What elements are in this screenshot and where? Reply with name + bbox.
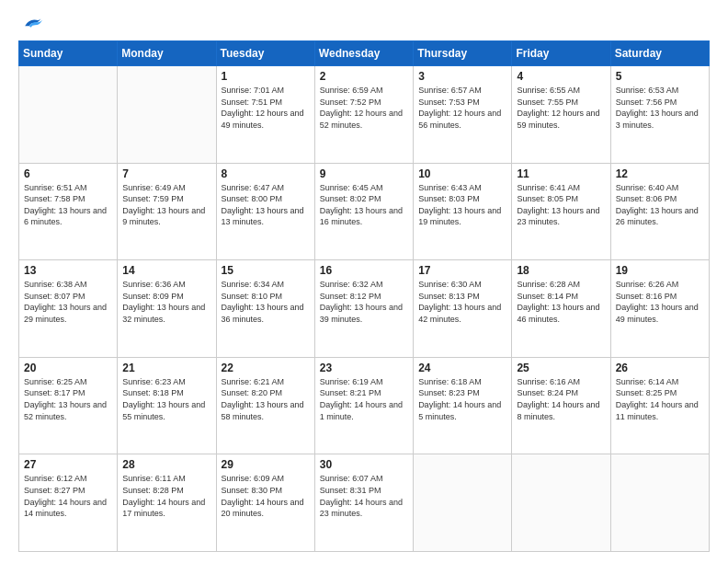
calendar-cell: 26Sunrise: 6:14 AM Sunset: 8:25 PM Dayli… [610, 357, 709, 454]
day-number: 27 [24, 458, 112, 471]
calendar-table: SundayMondayTuesdayWednesdayThursdayFrid… [18, 40, 710, 552]
day-number: 17 [418, 264, 506, 277]
calendar-cell: 1Sunrise: 7:01 AM Sunset: 7:51 PM Daylig… [216, 66, 314, 164]
calendar-week-row: 20Sunrise: 6:25 AM Sunset: 8:17 PM Dayli… [19, 357, 710, 454]
calendar-cell [118, 66, 216, 164]
day-info: Sunrise: 6:51 AM Sunset: 7:58 PM Dayligh… [24, 182, 112, 228]
day-info: Sunrise: 6:49 AM Sunset: 7:59 PM Dayligh… [122, 182, 210, 228]
calendar-cell: 21Sunrise: 6:23 AM Sunset: 8:18 PM Dayli… [118, 357, 216, 454]
calendar-week-row: 27Sunrise: 6:12 AM Sunset: 8:27 PM Dayli… [19, 454, 710, 552]
day-info: Sunrise: 6:55 AM Sunset: 7:55 PM Dayligh… [517, 85, 605, 131]
header [18, 15, 710, 31]
day-number: 21 [122, 362, 210, 374]
day-info: Sunrise: 6:07 AM Sunset: 8:31 PM Dayligh… [320, 473, 408, 519]
calendar-cell: 15Sunrise: 6:34 AM Sunset: 8:10 PM Dayli… [216, 260, 314, 358]
col-header-wednesday: Wednesday [314, 41, 413, 66]
day-number: 22 [222, 362, 310, 374]
day-info: Sunrise: 6:45 AM Sunset: 8:02 PM Dayligh… [320, 182, 408, 228]
day-number: 2 [320, 70, 408, 83]
calendar-cell: 23Sunrise: 6:19 AM Sunset: 8:21 PM Dayli… [314, 357, 413, 454]
day-info: Sunrise: 6:09 AM Sunset: 8:30 PM Dayligh… [222, 473, 310, 519]
day-info: Sunrise: 6:41 AM Sunset: 8:05 PM Dayligh… [517, 182, 605, 228]
day-number: 25 [517, 362, 605, 374]
day-number: 19 [616, 264, 704, 277]
day-info: Sunrise: 6:36 AM Sunset: 8:09 PM Dayligh… [122, 279, 210, 325]
calendar-week-row: 1Sunrise: 7:01 AM Sunset: 7:51 PM Daylig… [19, 66, 710, 164]
calendar-week-row: 6Sunrise: 6:51 AM Sunset: 7:58 PM Daylig… [19, 163, 710, 260]
day-info: Sunrise: 6:16 AM Sunset: 8:24 PM Dayligh… [517, 376, 605, 422]
day-number: 12 [616, 167, 704, 180]
day-info: Sunrise: 6:12 AM Sunset: 8:27 PM Dayligh… [24, 473, 112, 519]
day-number: 8 [222, 167, 310, 180]
calendar-header-row: SundayMondayTuesdayWednesdayThursdayFrid… [19, 41, 710, 66]
logo [18, 15, 42, 31]
calendar-cell: 5Sunrise: 6:53 AM Sunset: 7:56 PM Daylig… [610, 66, 709, 164]
col-header-saturday: Saturday [610, 41, 709, 66]
day-number: 29 [222, 458, 310, 471]
day-number: 13 [24, 264, 112, 277]
calendar-week-row: 13Sunrise: 6:38 AM Sunset: 8:07 PM Dayli… [19, 260, 710, 358]
calendar-cell: 20Sunrise: 6:25 AM Sunset: 8:17 PM Dayli… [19, 357, 118, 454]
calendar-cell: 29Sunrise: 6:09 AM Sunset: 8:30 PM Dayli… [216, 454, 314, 552]
calendar-cell: 6Sunrise: 6:51 AM Sunset: 7:58 PM Daylig… [19, 163, 118, 260]
day-info: Sunrise: 6:30 AM Sunset: 8:13 PM Dayligh… [418, 279, 506, 325]
day-info: Sunrise: 6:11 AM Sunset: 8:28 PM Dayligh… [122, 473, 210, 519]
day-info: Sunrise: 6:59 AM Sunset: 7:52 PM Dayligh… [320, 85, 408, 131]
day-number: 20 [24, 362, 112, 374]
day-info: Sunrise: 6:32 AM Sunset: 8:12 PM Dayligh… [320, 279, 408, 325]
calendar-cell: 3Sunrise: 6:57 AM Sunset: 7:53 PM Daylig… [414, 66, 512, 164]
day-number: 10 [418, 167, 506, 180]
calendar-cell: 14Sunrise: 6:36 AM Sunset: 8:09 PM Dayli… [118, 260, 216, 358]
day-number: 3 [418, 70, 506, 83]
col-header-tuesday: Tuesday [216, 41, 314, 66]
day-number: 18 [517, 264, 605, 277]
day-number: 5 [616, 70, 704, 83]
day-number: 28 [122, 458, 210, 471]
day-info: Sunrise: 6:14 AM Sunset: 8:25 PM Dayligh… [616, 376, 704, 422]
calendar-cell: 28Sunrise: 6:11 AM Sunset: 8:28 PM Dayli… [118, 454, 216, 552]
calendar-cell: 9Sunrise: 6:45 AM Sunset: 8:02 PM Daylig… [314, 163, 413, 260]
col-header-sunday: Sunday [19, 41, 118, 66]
calendar-cell: 27Sunrise: 6:12 AM Sunset: 8:27 PM Dayli… [19, 454, 118, 552]
day-info: Sunrise: 7:01 AM Sunset: 7:51 PM Dayligh… [222, 85, 310, 131]
day-number: 6 [24, 167, 112, 180]
day-info: Sunrise: 6:34 AM Sunset: 8:10 PM Dayligh… [222, 279, 310, 325]
day-info: Sunrise: 6:18 AM Sunset: 8:23 PM Dayligh… [418, 376, 506, 422]
day-number: 11 [517, 167, 605, 180]
calendar-cell: 22Sunrise: 6:21 AM Sunset: 8:20 PM Dayli… [216, 357, 314, 454]
calendar-cell: 24Sunrise: 6:18 AM Sunset: 8:23 PM Dayli… [414, 357, 512, 454]
day-info: Sunrise: 6:28 AM Sunset: 8:14 PM Dayligh… [517, 279, 605, 325]
day-info: Sunrise: 6:25 AM Sunset: 8:17 PM Dayligh… [24, 376, 112, 422]
calendar-cell: 18Sunrise: 6:28 AM Sunset: 8:14 PM Dayli… [512, 260, 610, 358]
calendar-cell: 13Sunrise: 6:38 AM Sunset: 8:07 PM Dayli… [19, 260, 118, 358]
day-info: Sunrise: 6:57 AM Sunset: 7:53 PM Dayligh… [418, 85, 506, 131]
calendar-cell: 12Sunrise: 6:40 AM Sunset: 8:06 PM Dayli… [610, 163, 709, 260]
calendar-cell: 11Sunrise: 6:41 AM Sunset: 8:05 PM Dayli… [512, 163, 610, 260]
day-number: 9 [320, 167, 408, 180]
calendar-cell: 2Sunrise: 6:59 AM Sunset: 7:52 PM Daylig… [314, 66, 413, 164]
col-header-friday: Friday [512, 41, 610, 66]
day-info: Sunrise: 6:53 AM Sunset: 7:56 PM Dayligh… [616, 85, 704, 131]
day-info: Sunrise: 6:40 AM Sunset: 8:06 PM Dayligh… [616, 182, 704, 228]
day-number: 26 [616, 362, 704, 374]
calendar-cell: 10Sunrise: 6:43 AM Sunset: 8:03 PM Dayli… [414, 163, 512, 260]
day-number: 24 [418, 362, 506, 374]
calendar-cell: 8Sunrise: 6:47 AM Sunset: 8:00 PM Daylig… [216, 163, 314, 260]
day-info: Sunrise: 6:19 AM Sunset: 8:21 PM Dayligh… [320, 376, 408, 422]
day-info: Sunrise: 6:38 AM Sunset: 8:07 PM Dayligh… [24, 279, 112, 325]
calendar-cell [512, 454, 610, 552]
day-number: 14 [122, 264, 210, 277]
calendar-cell [414, 454, 512, 552]
day-number: 30 [320, 458, 408, 471]
calendar-cell [610, 454, 709, 552]
day-number: 23 [320, 362, 408, 374]
col-header-thursday: Thursday [414, 41, 512, 66]
day-number: 16 [320, 264, 408, 277]
calendar-cell [19, 66, 118, 164]
page: SundayMondayTuesdayWednesdayThursdayFrid… [0, 0, 728, 563]
day-info: Sunrise: 6:26 AM Sunset: 8:16 PM Dayligh… [616, 279, 704, 325]
calendar-cell: 16Sunrise: 6:32 AM Sunset: 8:12 PM Dayli… [314, 260, 413, 358]
logo-bird-icon [22, 15, 42, 31]
day-info: Sunrise: 6:21 AM Sunset: 8:20 PM Dayligh… [222, 376, 310, 422]
day-info: Sunrise: 6:23 AM Sunset: 8:18 PM Dayligh… [122, 376, 210, 422]
